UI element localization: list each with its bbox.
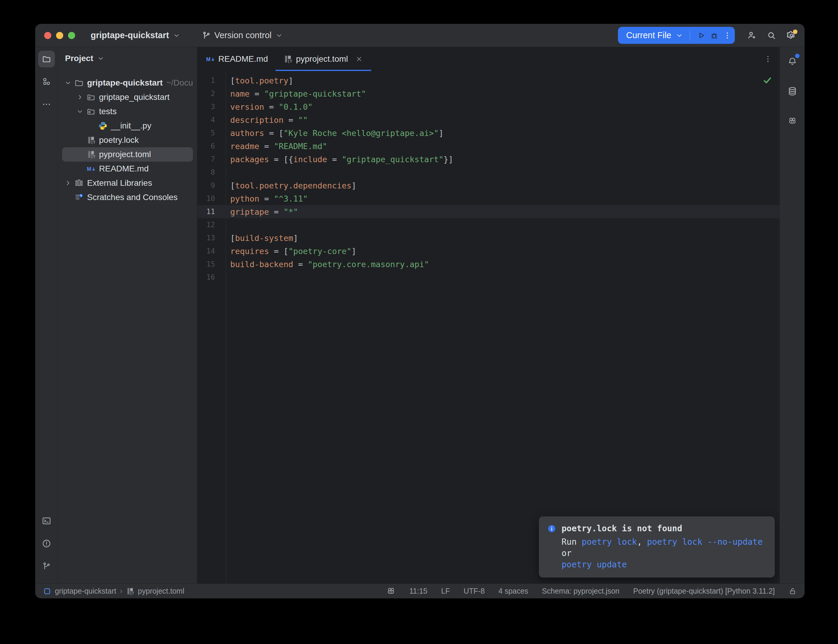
minimize-window-button[interactable] (56, 32, 63, 39)
desktop: griptape-quickstart Version control Curr… (0, 0, 838, 644)
project-selector[interactable]: griptape-quickstart (90, 30, 181, 40)
code-line-15[interactable]: 15build-backend = "poetry.core.masonry.a… (197, 258, 780, 271)
notification-link-poetry-update[interactable]: poetry update (562, 560, 627, 570)
status-bar: griptape-quickstart›[T]pyproject.toml 11… (35, 583, 805, 598)
more-run-options-button[interactable] (723, 31, 732, 40)
svg-text:[T]: [T] (90, 140, 95, 145)
code-line-11[interactable]: 11griptape = "*" (197, 205, 780, 218)
status-item-utf-8[interactable]: UTF-8 (463, 587, 485, 595)
status-item-lf[interactable]: LF (441, 587, 450, 595)
line-number: 16 (197, 273, 226, 281)
code-line-16[interactable]: 16 (197, 271, 780, 284)
code-line-10[interactable]: 10python = "^3.11" (197, 192, 780, 205)
status-item-poetry-griptape-quickstart-python-3-11-2[interactable]: Poetry (griptape-quickstart) [Python 3.1… (633, 587, 775, 595)
code-line-6[interactable]: 6readme = "README.md" (197, 140, 780, 153)
ai-assistant-status-icon[interactable] (386, 586, 396, 596)
tree-item-init-py[interactable]: __init__.py (62, 119, 193, 133)
chevron-right-icon[interactable] (62, 179, 74, 187)
breadcrumb-griptape-quickstart[interactable]: griptape-quickstart (55, 587, 116, 595)
tree-item-label: poetry.lock (99, 135, 139, 145)
code-line-8[interactable]: 8 (197, 166, 780, 179)
right-tool-strip (780, 47, 805, 583)
lock-open-icon[interactable] (789, 587, 797, 595)
python-icon (98, 122, 108, 130)
code-editor[interactable]: 1[tool.poetry]2name = "griptape-quicksta… (197, 71, 780, 583)
notification-text: , (637, 537, 647, 547)
tab-options-button[interactable] (764, 54, 772, 64)
more-tool-windows-button[interactable] (38, 96, 55, 113)
code-line-12[interactable]: 12 (197, 218, 780, 232)
code-line-13[interactable]: 13[build-system] (197, 232, 780, 245)
editor-tab-readme-md[interactable]: MREADME.md (198, 47, 276, 71)
tree-item-scratches-and-consoles[interactable]: Scratches and Consoles (62, 190, 193, 205)
vcs-selector-label: Version control (214, 30, 272, 40)
problems-tool-button[interactable] (38, 535, 55, 552)
tree-item-griptape-quickstart[interactable]: griptape-quickstart~/Docume (62, 76, 193, 90)
structure-tool-button[interactable] (38, 73, 55, 90)
run-button[interactable] (697, 31, 706, 40)
tree-item-tests[interactable]: tests (62, 104, 193, 119)
chevron-down-icon (97, 54, 105, 62)
status-item-schema-pyproject-json[interactable]: Schema: pyproject.json (542, 587, 619, 595)
code-line-7[interactable]: 7packages = [{include = "griptape_quicks… (197, 153, 780, 166)
code-line-5[interactable]: 5authors = ["Kyle Roche <hello@griptape.… (197, 127, 780, 140)
line-text: python = "^3.11" (226, 194, 308, 203)
svg-text:[T]: [T] (288, 59, 292, 64)
notification-text: or (562, 548, 572, 558)
folder-package-icon (86, 93, 96, 102)
code-line-14[interactable]: 14requires = ["poetry-core"] (197, 245, 780, 258)
line-text: readme = "README.md" (226, 141, 327, 151)
tree-item-label: External Libraries (87, 178, 152, 188)
tree-item-pyproject-toml[interactable]: [T]pyproject.toml (62, 147, 193, 162)
code-line-9[interactable]: 9[tool.poetry.dependencies] (197, 179, 780, 192)
settings-notification-badge (793, 30, 797, 34)
database-tool-button[interactable] (784, 83, 801, 100)
vcs-selector[interactable]: Version control (202, 30, 283, 40)
svg-text:[T]: [T] (130, 591, 135, 595)
chevron-right-icon[interactable] (74, 93, 86, 101)
line-text: [tool.poetry] (226, 76, 293, 85)
module-icon (43, 587, 51, 595)
code-line-2[interactable]: 2name = "griptape-quickstart" (197, 87, 780, 100)
line-number: 4 (197, 116, 226, 124)
version-control-tool-button[interactable] (38, 558, 55, 575)
status-bar-widgets: 11:15LFUTF-84 spacesSchema: pyproject.js… (386, 586, 797, 596)
line-text: build-backend = "poetry.core.masonry.api… (226, 260, 429, 269)
code-line-1[interactable]: 1[tool.poetry] (197, 74, 780, 87)
close-tab-icon[interactable] (355, 55, 363, 63)
chevron-down-icon[interactable] (675, 31, 683, 39)
search-everywhere-button[interactable] (762, 28, 781, 43)
project-panel-header[interactable]: Project (58, 47, 197, 63)
terminal-tool-button[interactable] (38, 513, 55, 529)
svg-text:M: M (87, 166, 91, 172)
notification-link-poetry-lock-no-update[interactable]: poetry lock --no-update (647, 537, 763, 547)
tree-item-griptape-quickstart[interactable]: griptape_quickstart (62, 90, 193, 104)
notifications-tool-button[interactable] (784, 53, 801, 70)
add-user-button[interactable] (743, 28, 761, 43)
tree-item-external-libraries[interactable]: External Libraries (62, 176, 193, 190)
zoom-window-button[interactable] (68, 32, 75, 39)
code-line-3[interactable]: 3version = "0.1.0" (197, 100, 780, 113)
line-text: description = "" (226, 115, 308, 125)
tree-item-poetry-lock[interactable]: [T]poetry.lock (62, 133, 193, 147)
settings-button[interactable] (782, 28, 800, 43)
tree-item-label: __init__.py (111, 121, 151, 131)
run-config-selector[interactable]: Current File (626, 30, 672, 40)
close-window-button[interactable] (44, 32, 51, 39)
code-line-4[interactable]: 4description = "" (197, 113, 780, 127)
editor-tab-pyproject-toml[interactable]: [T]pyproject.toml (276, 47, 371, 71)
chevron-down-icon[interactable] (62, 79, 74, 87)
breadcrumb-pyproject-toml[interactable]: pyproject.toml (138, 587, 184, 595)
project-tool-button[interactable] (38, 51, 55, 67)
notification-link-poetry-lock[interactable]: poetry lock (582, 537, 637, 547)
tree-item-label: README.md (99, 164, 148, 174)
tree-item-readme-md[interactable]: MREADME.md (62, 162, 193, 176)
status-item-4-spaces[interactable]: 4 spaces (498, 587, 528, 595)
tree-item-label: pyproject.toml (99, 150, 151, 159)
ai-assistant-tool-button[interactable] (784, 113, 801, 130)
chevron-down-icon[interactable] (74, 108, 86, 115)
status-item-11-15[interactable]: 11:15 (409, 587, 428, 595)
debug-button[interactable] (710, 31, 719, 40)
git-branch-icon (202, 31, 211, 40)
notification-title: poetry.lock is not found (562, 524, 682, 533)
